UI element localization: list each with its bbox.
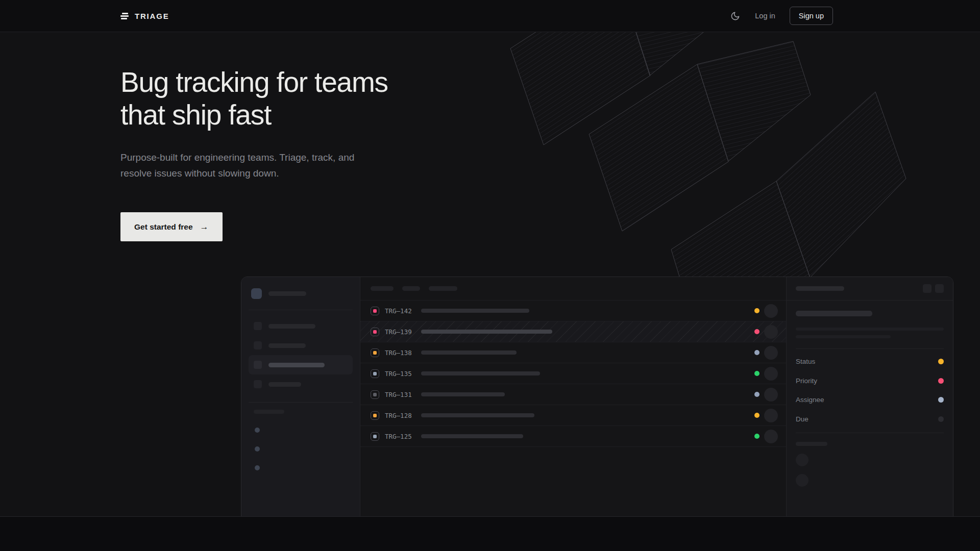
detail-panel-header xyxy=(787,277,953,300)
theme-toggle-button[interactable] xyxy=(729,10,741,21)
property-label: Due xyxy=(796,415,808,423)
issue-list: TRG–142TRG–139TRG–138TRG–135TRG–131TRG–1… xyxy=(360,300,786,447)
issue-id: TRG–128 xyxy=(385,412,414,419)
status-dot xyxy=(754,329,760,334)
property-row[interactable]: Priority xyxy=(796,371,944,391)
sidebar-list-dot xyxy=(255,465,260,470)
brand-name: TRIAGE xyxy=(135,12,169,20)
comment-avatar xyxy=(796,454,808,466)
moon-icon xyxy=(730,11,740,21)
priority-icon xyxy=(371,390,379,399)
triage-logo-icon xyxy=(120,13,129,19)
workspace-name-skeleton xyxy=(268,291,306,296)
issue-list-panel: TRG–142TRG–139TRG–138TRG–135TRG–131TRG–1… xyxy=(360,277,787,517)
property-row[interactable]: Due xyxy=(796,410,944,429)
issue-title-skeleton xyxy=(421,413,534,417)
filter-tab-skeleton[interactable] xyxy=(402,286,420,291)
avatar xyxy=(764,409,778,422)
property-row[interactable]: Status xyxy=(796,352,944,371)
issue-title-skeleton xyxy=(421,434,523,438)
priority-icon xyxy=(371,411,379,420)
issue-title-skeleton xyxy=(421,392,505,396)
property-value-dot xyxy=(938,359,944,364)
issue-row[interactable]: TRG–135 xyxy=(360,363,786,384)
priority-icon xyxy=(371,328,379,336)
issue-row[interactable]: TRG–125 xyxy=(360,426,786,447)
bottom-section xyxy=(0,517,980,551)
mockup-sidebar xyxy=(241,277,360,517)
brand[interactable]: TRIAGE xyxy=(120,12,169,20)
status-dot xyxy=(754,434,760,439)
issue-list-header xyxy=(360,277,786,300)
get-started-button[interactable]: Get started free → xyxy=(120,212,223,241)
property-list: StatusPriorityAssigneeDue xyxy=(796,352,944,429)
sidebar-item-3-active[interactable] xyxy=(249,355,353,374)
sidebar-item-1[interactable] xyxy=(249,316,353,336)
divider xyxy=(796,348,944,349)
detail-text-skeleton xyxy=(796,328,944,331)
issue-row[interactable]: TRG–131 xyxy=(360,384,786,405)
property-value-dot xyxy=(938,397,944,403)
detail-panel-actions xyxy=(923,284,944,293)
status-dot xyxy=(754,371,760,376)
activity-label-skeleton xyxy=(796,442,827,446)
property-label: Status xyxy=(796,358,815,365)
avatar xyxy=(764,304,778,318)
sidebar-item-skeleton xyxy=(268,324,315,329)
sidebar-list-dot xyxy=(255,446,260,452)
status-dot xyxy=(754,308,760,313)
sidebar-item-4[interactable] xyxy=(249,374,353,394)
issue-id: TRG–138 xyxy=(385,349,414,357)
property-label: Assignee xyxy=(796,396,824,404)
login-link[interactable]: Log in xyxy=(755,12,775,20)
arrow-right-icon: → xyxy=(200,222,209,232)
avatar xyxy=(764,346,778,360)
detail-title-skeleton xyxy=(796,311,872,316)
panel-action-button[interactable] xyxy=(935,284,944,293)
issue-id: TRG–135 xyxy=(385,370,414,378)
sidebar-item-icon xyxy=(254,341,262,349)
avatar xyxy=(764,388,778,402)
issue-title-skeleton xyxy=(421,309,529,313)
priority-icon xyxy=(371,307,379,315)
panel-action-button[interactable] xyxy=(923,284,932,293)
status-dot xyxy=(754,413,760,418)
status-dot xyxy=(754,350,760,355)
filter-tab-skeleton[interactable] xyxy=(429,286,457,291)
hero-title: Bug tracking for teams that ship fast xyxy=(120,66,980,131)
divider xyxy=(249,402,353,403)
top-nav: TRIAGE Log in Sign up xyxy=(0,0,980,32)
sidebar-item-2[interactable] xyxy=(249,336,353,355)
property-value-dot xyxy=(938,378,944,384)
property-label: Priority xyxy=(796,377,817,385)
detail-panel-body: StatusPriorityAssigneeDue xyxy=(787,300,953,487)
filter-tab-skeleton[interactable] xyxy=(371,286,394,291)
detail-text-skeleton xyxy=(796,335,891,338)
sidebar-item-skeleton xyxy=(268,382,301,387)
divider xyxy=(796,433,944,433)
comment-avatar xyxy=(796,474,808,487)
sidebar-section-label-skeleton xyxy=(254,410,284,414)
status-dot xyxy=(754,392,760,397)
sidebar-item-icon xyxy=(254,322,262,330)
hero-content: Bug tracking for teams that ship fast Pu… xyxy=(0,32,980,517)
nav-right: Log in Sign up xyxy=(729,7,833,25)
sidebar-list-dot xyxy=(255,428,260,433)
issue-id: TRG–125 xyxy=(385,433,414,440)
sidebar-item-icon xyxy=(254,380,262,388)
workspace-avatar xyxy=(251,288,262,299)
priority-icon xyxy=(371,432,379,441)
detail-header-skeleton xyxy=(796,286,844,291)
issue-row[interactable]: TRG–128 xyxy=(360,405,786,426)
issue-id: TRG–142 xyxy=(385,307,414,315)
avatar xyxy=(764,325,778,339)
issue-row[interactable]: TRG–139 xyxy=(360,321,786,342)
issue-row[interactable]: TRG–142 xyxy=(360,300,786,321)
avatar xyxy=(764,367,778,381)
issue-row[interactable]: TRG–138 xyxy=(360,342,786,363)
workspace-switcher[interactable] xyxy=(249,288,353,299)
signup-button[interactable]: Sign up xyxy=(790,7,833,25)
hero-subtitle: Purpose-built for engineering teams. Tri… xyxy=(120,150,980,181)
issue-id: TRG–131 xyxy=(385,391,414,398)
property-row[interactable]: Assignee xyxy=(796,390,944,410)
